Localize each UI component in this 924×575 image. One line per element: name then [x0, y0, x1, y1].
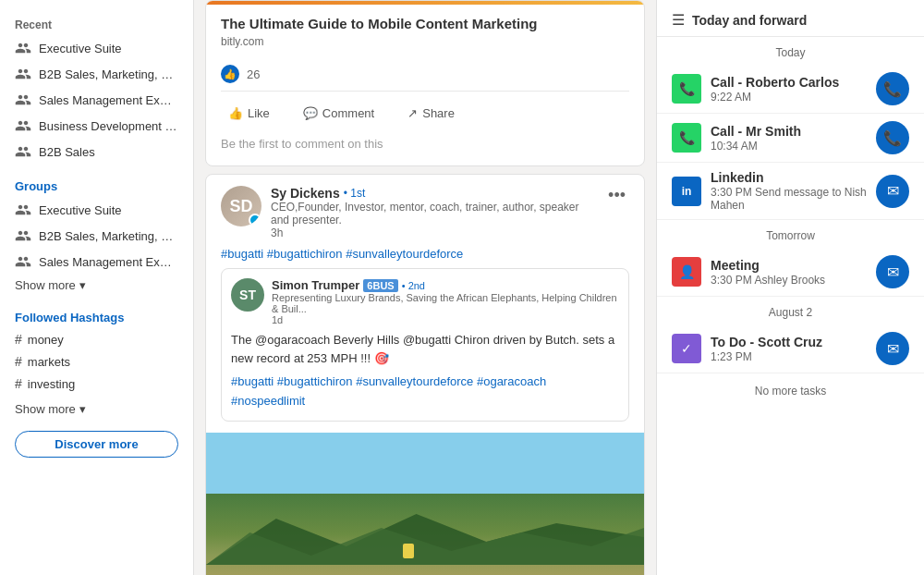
call-icon: 📞: [672, 123, 701, 153]
sidebar-item-b2bsales[interactable]: B2B Sales: [0, 139, 193, 165]
task-item-todo: ✓ To Do - Scott Cruz 1:23 PM ✉: [657, 324, 924, 373]
nested-author: ST Simon Trumper 6BUS • 2nd Representing…: [231, 278, 619, 325]
group-item-b2b[interactable]: B2B Sales, Marketing, Social ...: [0, 223, 193, 249]
post-tags: #bugatti #bugattichiron #sunvalleytourde…: [206, 247, 644, 268]
people-icon: [15, 92, 31, 108]
task-title: Linkedin: [711, 170, 876, 185]
nested-degree: • 2nd: [402, 280, 425, 291]
sidebar-item-b2b[interactable]: B2B Sales, Marketing, Social ...: [0, 61, 193, 87]
call-icon: 📞: [672, 74, 701, 104]
task-item-call-roberto: 📞 Call - Roberto Carlos 9:22 AM 📞: [657, 65, 924, 114]
post-author: SD Sy Dickens • 1st CEO,Founder, Investo…: [221, 186, 594, 239]
todo-icon: ✓: [672, 334, 701, 363]
nested-text: The @ogaracoach Beverly Hills @bugatti C…: [231, 331, 619, 367]
group-item-sales[interactable]: Sales Management Executives: [0, 249, 193, 275]
comment-button[interactable]: 💬 Comment: [296, 103, 382, 124]
article-title: The Ultimate Guide to Mobile Content Mar…: [221, 16, 629, 31]
sidebar-item-bizdev[interactable]: Business Development - The...: [0, 113, 193, 139]
show-more-groups[interactable]: Show more ▾: [0, 275, 193, 296]
more-options-button[interactable]: •••: [604, 186, 629, 205]
post-tag: #bugatti #bugattichiron #sunvalleytourde…: [221, 247, 463, 261]
meeting-icon: 👤: [672, 257, 701, 287]
action-bar: 👍 Like 💬 Comment ↗ Share: [221, 99, 629, 131]
sidebar-item-executive-suite[interactable]: Executive Suite: [0, 35, 193, 61]
calendar-icon: ☰: [672, 11, 685, 29]
sidebar-item-label: B2B Sales, Marketing, Social ...: [39, 229, 178, 243]
sidebar-item-label: Business Development - The...: [39, 119, 178, 133]
sidebar-item-label: B2B Sales: [39, 145, 95, 159]
nested-post: ST Simon Trumper 6BUS • 2nd Representing…: [221, 268, 629, 422]
people-icon: [15, 253, 31, 270]
video-thumbnail: [206, 433, 644, 575]
linkedin-action-button[interactable]: ✉: [876, 175, 909, 208]
sidebar-item-sales-mgmt[interactable]: Sales Management Executives: [0, 87, 193, 113]
sidebar-item-label: B2B Sales, Marketing, Social ...: [39, 67, 178, 81]
article-content: The Ultimate Guide to Mobile Content Mar…: [206, 5, 644, 165]
hashtag-money[interactable]: # money: [15, 328, 178, 350]
like-count: 26: [247, 67, 260, 81]
task-time: 3:30 PM Ashley Brooks: [711, 274, 825, 287]
task-time: 3:30 PM Send message to Nish Mahen: [711, 186, 876, 212]
nested-tags: #bugatti #bugattichiron #sunvalleytourde…: [231, 373, 619, 411]
share-button[interactable]: ↗ Share: [400, 103, 462, 124]
people-icon: [15, 143, 31, 160]
group-item-executive[interactable]: Executive Suite: [0, 197, 193, 223]
task-item-meeting: 👤 Meeting 3:30 PM Ashley Brooks ✉: [657, 248, 924, 297]
main-feed: The Ultimate Guide to Mobile Content Mar…: [194, 0, 656, 575]
people-icon: [15, 227, 31, 244]
left-sidebar: Recent Executive Suite B2B Sales, Market…: [0, 0, 194, 575]
author-degree: • 1st: [344, 187, 366, 200]
discover-more-button[interactable]: Discover more: [15, 431, 178, 458]
task-item-linkedin: in Linkedin 3:30 PM Send message to Nish…: [657, 163, 924, 220]
author-info: Sy Dickens • 1st CEO,Founder, Investor, …: [271, 186, 594, 239]
video-container: ▶ ⏭ 0:01 / 0:22 🔊 ⛶: [206, 433, 644, 575]
comment-placeholder: Be the first to comment on this: [221, 131, 629, 154]
panel-title: Today and forward: [692, 13, 807, 28]
tomorrow-label: Tomorrow: [657, 220, 924, 248]
aug2-label: August 2: [657, 297, 924, 324]
author-bio: CEO,Founder, Investor, mentor, coach, tr…: [271, 201, 594, 226]
no-more-tasks: No more tasks: [657, 373, 924, 409]
task-time: 10:34 AM: [711, 140, 801, 153]
meeting-action-button[interactable]: ✉: [876, 255, 909, 288]
people-icon: [15, 117, 31, 134]
people-icon: [15, 66, 31, 82]
like-bar: 👍 26: [221, 57, 629, 92]
social-post-card: SD Sy Dickens • 1st CEO,Founder, Investo…: [205, 174, 645, 575]
people-icon: [15, 202, 31, 218]
person-figure: [403, 544, 414, 558]
call-action-button[interactable]: 📞: [876, 72, 909, 105]
call-action-button-2[interactable]: 📞: [876, 121, 909, 154]
post-time: 3h: [271, 226, 594, 239]
task-time: 9:22 AM: [711, 91, 839, 104]
task-time: 1:23 PM: [711, 350, 822, 363]
article-url: bitly.com: [221, 35, 629, 48]
author-name: Sy Dickens: [271, 186, 340, 201]
author-avatar: SD: [221, 186, 261, 226]
task-title: To Do - Scott Cruz: [711, 335, 822, 349]
mountain-svg: [206, 509, 644, 565]
hashtags-title: Followed Hashtags: [15, 311, 178, 324]
online-badge: [249, 214, 261, 226]
sidebar-item-label: Sales Management Executives: [39, 255, 178, 269]
sidebar-item-label: Executive Suite: [39, 42, 122, 55]
task-title: Meeting: [711, 258, 825, 273]
like-icon: 👍: [221, 65, 239, 83]
hashtag-markets[interactable]: # markets: [15, 350, 178, 373]
linkedin-icon: in: [672, 177, 701, 206]
task-title: Call - Mr Smith: [711, 124, 801, 139]
nested-time: 1d: [272, 314, 619, 325]
hashtag-investing[interactable]: # investing: [15, 373, 178, 395]
right-panel: ☰ Today and forward Today 📞 Call - Rober…: [656, 0, 924, 575]
recent-label: Recent: [0, 11, 193, 35]
nested-badge: 6BUS: [363, 279, 397, 292]
show-more-hashtags[interactable]: Show more ▾: [0, 398, 193, 420]
task-title: Call - Roberto Carlos: [711, 75, 839, 90]
sidebar-item-label: Sales Management Executives: [39, 93, 178, 107]
nested-avatar: ST: [231, 278, 264, 312]
post-header: SD Sy Dickens • 1st CEO,Founder, Investo…: [206, 175, 644, 247]
hashtags-section: Followed Hashtags # money # markets # in…: [0, 303, 193, 398]
todo-action-button[interactable]: ✉: [876, 332, 909, 365]
like-button[interactable]: 👍 Like: [221, 103, 277, 124]
people-icon: [15, 40, 31, 56]
